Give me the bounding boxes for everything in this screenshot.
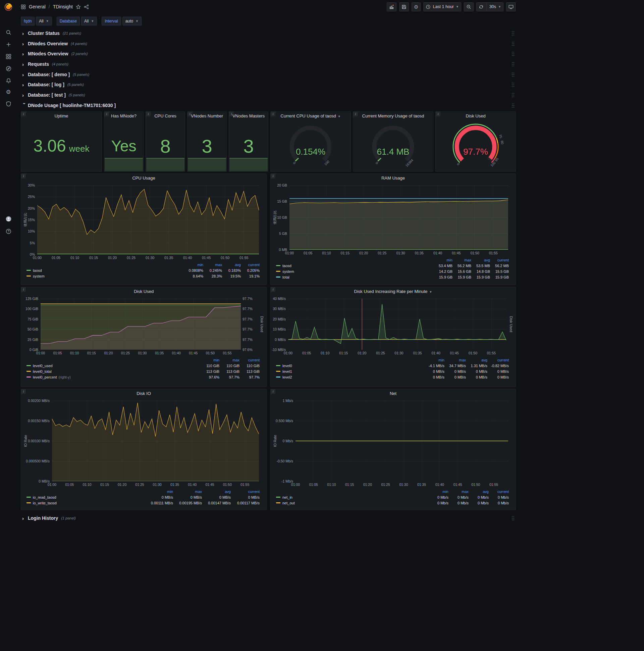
row-requests[interactable]: ›Requests(4 panels)	[21, 59, 517, 69]
row-drag-handle[interactable]	[512, 41, 515, 46]
panel-info-icon[interactable]: i	[188, 112, 192, 117]
row-database-test[interactable]: ›Database: [ test ](5 panels)	[21, 90, 517, 100]
legend-col-header[interactable]: max	[452, 258, 471, 262]
add-panel-button[interactable]	[387, 2, 396, 11]
legend-series-name[interactable]: level1	[282, 369, 292, 373]
grafana-logo[interactable]	[4, 3, 13, 11]
panel-info-icon[interactable]: i	[436, 112, 441, 117]
panel-title[interactable]: Uptime	[21, 112, 102, 121]
row-drag-handle[interactable]	[512, 82, 515, 87]
legend-series-name[interactable]: level0_used	[33, 364, 53, 368]
legend-col-header[interactable]: current	[487, 358, 509, 362]
legend-col-header[interactable]: min	[423, 358, 444, 362]
panel-title[interactable]: CPU Cores	[146, 112, 185, 121]
row-dnode-usage[interactable]: ›DNode Usage [ huolinhe-TM1701:6030 ]	[21, 101, 517, 110]
row-mnodes-overview[interactable]: ›MNodes Overview(2 panels)	[21, 49, 517, 58]
legend-col-header[interactable]: max	[219, 358, 239, 362]
refresh-picker[interactable]: 30s ▼	[476, 2, 504, 11]
panel-info-icon[interactable]: i	[104, 112, 109, 117]
legend-col-header[interactable]: avg	[466, 358, 487, 362]
legend-col-header[interactable]: min	[199, 358, 219, 362]
row-dnodes-overview[interactable]: ›DNodes Overview(4 panels)	[21, 39, 517, 48]
panel-title[interactable]: Current Memory Usage of taosd	[353, 112, 433, 121]
panel-title[interactable]: VNodes Number	[188, 112, 226, 121]
legend-series-name[interactable]: level2	[282, 375, 292, 379]
legend-col-header[interactable]: current	[490, 258, 509, 262]
row-drag-handle[interactable]	[512, 72, 515, 77]
panel-info-icon[interactable]: i	[21, 112, 26, 117]
panel-info-icon[interactable]: i	[353, 112, 358, 117]
chart-plot-area[interactable]	[289, 185, 508, 250]
panel-info-icon[interactable]: i	[146, 112, 151, 117]
star-icon[interactable]	[76, 4, 81, 9]
legend-col-header[interactable]: max	[448, 490, 469, 494]
row-drag-handle[interactable]	[512, 103, 515, 108]
row-drag-handle[interactable]	[512, 516, 515, 521]
share-icon[interactable]	[84, 4, 89, 9]
panel-info-icon[interactable]: i	[271, 389, 276, 394]
row-drag-handle[interactable]	[512, 31, 515, 36]
time-range-picker[interactable]: Last 1 hour ▼	[423, 2, 461, 11]
legend-col-header[interactable]: current	[231, 490, 260, 494]
breadcrumb-folder[interactable]: General	[29, 4, 45, 9]
cycle-view-button[interactable]	[506, 2, 516, 11]
variable-value-dropdown[interactable]: All▼	[81, 17, 97, 26]
legend-series-name[interactable]: level0_total	[33, 369, 52, 373]
legend-series-name[interactable]: io_write_taosd	[33, 501, 57, 505]
row-login-history[interactable]: ›Login History(1 panel)	[21, 514, 517, 523]
panel-info-icon[interactable]: i	[271, 112, 276, 117]
legend-col-header[interactable]: avg	[469, 490, 489, 494]
dashboard-settings-button[interactable]: ⚙	[412, 2, 421, 11]
create-icon[interactable]	[5, 41, 12, 48]
legend-series-name[interactable]: taosd	[33, 269, 42, 273]
server-admin-icon[interactable]	[5, 100, 12, 107]
legend-col-header[interactable]: min	[428, 490, 448, 494]
panel-menu-caret[interactable]: ▼	[429, 290, 432, 293]
legend-col-header[interactable]: current	[489, 490, 509, 494]
panel-title[interactable]: Current CPU Usage of taosd▼	[271, 112, 351, 121]
panel-title[interactable]: Disk Used	[436, 112, 516, 121]
panel-menu-caret[interactable]: ▼	[338, 115, 341, 118]
legend-col-header[interactable]: min	[434, 258, 452, 262]
explore-icon[interactable]	[5, 65, 12, 72]
panel-title[interactable]: Has MNode?	[104, 112, 143, 121]
row-drag-handle[interactable]	[512, 93, 515, 98]
chart-plot-area[interactable]	[40, 299, 241, 350]
save-dashboard-button[interactable]	[399, 2, 409, 11]
legend-series-name[interactable]: taosd	[282, 264, 291, 268]
panel-title[interactable]: VNodes Masters	[229, 112, 268, 121]
legend-series-name[interactable]: net_out	[282, 501, 295, 505]
chart-plot-area[interactable]	[288, 299, 506, 350]
panel-title[interactable]: Disk IO	[21, 389, 266, 398]
panel-info-icon[interactable]: i	[229, 112, 234, 117]
panel-title[interactable]: Net	[271, 389, 516, 398]
panel-title[interactable]: RAM Usage	[271, 174, 516, 183]
row-cluster-status[interactable]: ›Cluster Status(21 panels)	[21, 29, 517, 38]
chart-plot-area[interactable]	[37, 185, 259, 254]
legend-col-header[interactable]: min	[144, 490, 173, 494]
legend-col-header[interactable]: max	[444, 358, 466, 362]
row-drag-handle[interactable]	[512, 62, 515, 67]
legend-col-header[interactable]: max	[203, 263, 222, 267]
chart-plot-area[interactable]	[295, 401, 508, 481]
row-drag-handle[interactable]	[512, 51, 515, 56]
search-icon[interactable]	[5, 29, 12, 36]
legend-series-name[interactable]: io_read_taosd	[33, 495, 56, 499]
legend-series-name[interactable]: system	[282, 270, 294, 274]
alerting-icon[interactable]	[5, 77, 12, 84]
panel-info-icon[interactable]: i	[271, 174, 276, 179]
legend-series-name[interactable]: net_in	[282, 495, 292, 499]
row-database-demo[interactable]: ›Database: [ demo ](5 panels)	[21, 70, 517, 79]
panel-title[interactable]: CPU Usage	[21, 174, 266, 183]
panel-info-icon[interactable]: i	[21, 174, 26, 179]
legend-series-name[interactable]: level0	[282, 364, 292, 368]
legend-col-header[interactable]: current	[241, 263, 260, 267]
configuration-icon[interactable]: ⚙	[5, 89, 12, 95]
legend-col-header[interactable]: avg	[202, 490, 231, 494]
help-icon[interactable]	[5, 228, 12, 235]
variable-value-dropdown[interactable]: All▼	[36, 17, 52, 26]
panel-title[interactable]: Disk Used	[21, 287, 266, 296]
chart-plot-area[interactable]	[52, 401, 259, 481]
legend-series-name[interactable]: level0_percent	[33, 375, 57, 379]
legend-col-header[interactable]: avg	[471, 258, 490, 262]
